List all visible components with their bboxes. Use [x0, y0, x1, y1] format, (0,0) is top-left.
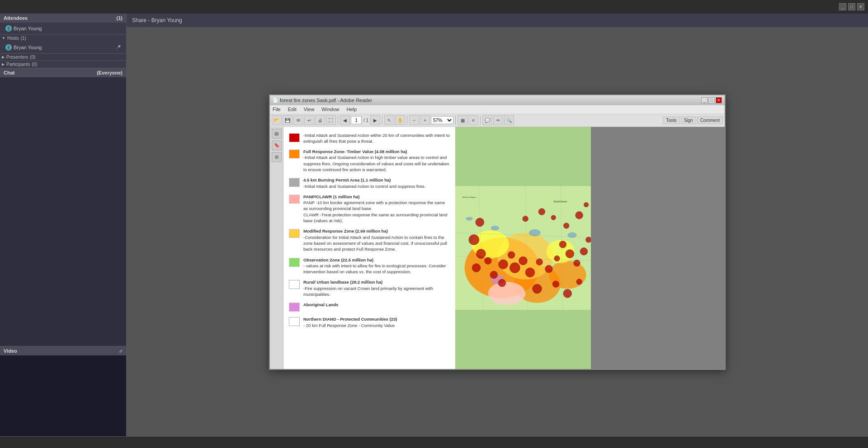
- microphone-icon: 🎤: [115, 45, 121, 50]
- video-title: Video: [4, 348, 17, 354]
- svg-point-37: [580, 247, 588, 255]
- pdf-icon: 📄: [273, 98, 278, 103]
- toolbar-zoom-out-button[interactable]: −: [409, 115, 419, 125]
- svg-point-16: [523, 216, 528, 221]
- legend-item-8: Northern DIAND - Protected Communities (…: [289, 316, 450, 328]
- maximize-button[interactable]: □: [848, 3, 855, 10]
- toolbar-page-view-button[interactable]: ▦: [458, 115, 467, 125]
- toolbar-print-button[interactable]: 🖨: [315, 115, 325, 125]
- adobe-title-bar: 📄 forest fire zones Sask.pdf - Adobe Rea…: [270, 95, 725, 105]
- svg-point-39: [498, 279, 506, 287]
- close-button[interactable]: ✕: [857, 3, 864, 10]
- current-user-item: 👤 Bryan Young: [4, 24, 123, 33]
- legend-text-panp: PANP/CLAWR (1 million ha)PANP -10 km bor…: [303, 194, 450, 224]
- host-left: 👤 Bryan Young: [5, 44, 42, 51]
- legend-text-diand: Northern DIAND - Protected Communities (…: [303, 316, 397, 328]
- menu-help[interactable]: Help: [345, 107, 358, 112]
- svg-point-32: [545, 265, 553, 273]
- zoom-level-select[interactable]: 57% 75% 100%: [431, 116, 453, 124]
- sidebar-pages-button[interactable]: ▤: [272, 129, 282, 139]
- attendees-count: (1): [117, 15, 123, 21]
- toolbar-continuous-button[interactable]: ≡: [468, 115, 478, 125]
- svg-point-34: [559, 241, 566, 248]
- share-label: Share: [132, 17, 146, 23]
- toolbar-prev-button[interactable]: ◀: [340, 115, 350, 125]
- comment-button[interactable]: Comment: [697, 117, 723, 124]
- tools-button[interactable]: Tools: [663, 117, 679, 124]
- legend-text-full-response: -Initial Attack and Sustained Action wit…: [303, 132, 450, 145]
- legend-item-2: 4.5 km Burning Permit Area (1.1 million …: [289, 177, 450, 189]
- toolbar-fullscreen-button[interactable]: ⛶: [326, 115, 336, 125]
- adobe-title-left: 📄 forest fire zones Sask.pdf - Adobe Rea…: [273, 98, 372, 103]
- toolbar-select-button[interactable]: ↖: [384, 115, 394, 125]
- toolbar-undo-button[interactable]: ↩: [304, 115, 314, 125]
- participants-expand-icon: ▶: [2, 62, 5, 66]
- toolbar-sep2: [382, 116, 382, 125]
- attendees-header: Attendees (1): [0, 14, 126, 23]
- hosts-expand-icon: ▼: [2, 36, 5, 40]
- host-name: Bryan Young: [14, 45, 42, 50]
- video-expand-icon[interactable]: ⤢: [119, 349, 123, 354]
- svg-text:Northern Region: Northern Region: [462, 196, 476, 198]
- top-bar: _ □ ✕: [0, 0, 868, 14]
- page-number-input[interactable]: [351, 116, 362, 124]
- svg-point-25: [490, 271, 498, 279]
- sidebar-layers-button[interactable]: ⊞: [272, 152, 282, 162]
- svg-point-41: [552, 280, 559, 287]
- menu-file[interactable]: File: [272, 107, 282, 112]
- sign-button[interactable]: Sign: [681, 117, 696, 124]
- host-item: 👤 Bryan Young 🎤: [4, 43, 123, 51]
- toolbar-email-button[interactable]: ✉: [293, 115, 303, 125]
- toolbar-save-button[interactable]: 💾: [283, 115, 292, 125]
- adobe-restore-button[interactable]: □: [708, 97, 715, 103]
- legend-color-rural: [289, 280, 300, 289]
- menu-view[interactable]: View: [303, 107, 316, 112]
- legend-color-full-response: [289, 133, 300, 142]
- presenters-header[interactable]: ▶ Presenters (0): [0, 54, 126, 61]
- hosts-header[interactable]: ▼ Hosts (1): [0, 35, 126, 42]
- toolbar-comment-button[interactable]: 💬: [482, 115, 492, 125]
- toolbar-sep3: [407, 116, 407, 125]
- toolbar-zoom-marquee-button[interactable]: 🔍: [504, 115, 514, 125]
- adobe-minimize-button[interactable]: _: [701, 97, 708, 103]
- attendees-content: 👤 Bryan Young: [0, 23, 126, 34]
- svg-point-15: [538, 208, 545, 215]
- legend-text-aboriginal: Aboriginal Lands: [303, 302, 339, 308]
- share-header: Share - Bryan Young: [127, 14, 868, 27]
- adobe-sidebar: ▤ 🔖 ⊞: [270, 127, 283, 369]
- minimize-button[interactable]: _: [839, 3, 846, 10]
- menu-edit[interactable]: Edit: [287, 107, 297, 112]
- toolbar-open-button[interactable]: 📂: [272, 115, 282, 125]
- toolbar-hand-button[interactable]: ✋: [395, 115, 405, 125]
- toolbar-markup-button[interactable]: ✏: [493, 115, 503, 125]
- chat-content: [0, 77, 126, 346]
- hosts-label: Hosts: [7, 36, 19, 41]
- hosts-content: 👤 Bryan Young 🎤: [0, 42, 126, 53]
- svg-point-17: [551, 215, 556, 219]
- map-svg: Saskatchewan Northern Region: [455, 127, 591, 369]
- legend-item-6: Rural/ Urban landbase (28.2 million ha)-…: [289, 279, 450, 297]
- adobe-close-button[interactable]: ✕: [716, 97, 722, 103]
- svg-point-23: [472, 263, 481, 272]
- svg-point-26: [499, 259, 508, 269]
- adobe-content: -Initial Attack and Sustained Action wit…: [283, 127, 725, 369]
- sidebar-bookmarks-button[interactable]: 🔖: [272, 140, 282, 150]
- toolbar-next-button[interactable]: ▶: [370, 115, 380, 125]
- participants-header[interactable]: ▶ Participants (0): [0, 61, 126, 68]
- svg-point-29: [519, 257, 528, 265]
- video-header: Video ⤢: [0, 346, 126, 355]
- legend-text-observation: Observation Zone (22.5 million ha)- valu…: [303, 257, 450, 275]
- hosts-section: ▼ Hosts (1) 👤 Bryan Young 🎤: [0, 35, 126, 54]
- share-area: Share - Bryan Young 📄 forest fire zones …: [127, 14, 868, 437]
- legend-color-modified: [289, 229, 300, 238]
- attendees-section: Attendees (1) 👤 Bryan Young: [0, 14, 126, 35]
- legend-item-5: Observation Zone (22.5 million ha)- valu…: [289, 257, 450, 275]
- chat-header: Chat (Everyone): [0, 68, 126, 77]
- legend-item-3: PANP/CLAWR (1 million ha)PANP -10 km bor…: [289, 194, 450, 224]
- menu-window[interactable]: Window: [321, 107, 340, 112]
- legend-color-diand: [289, 317, 300, 326]
- toolbar-sep4: [455, 116, 456, 125]
- toolbar-zoom-in-button[interactable]: +: [420, 115, 430, 125]
- presenters-label: Presenters: [6, 55, 28, 60]
- svg-point-28: [508, 251, 515, 258]
